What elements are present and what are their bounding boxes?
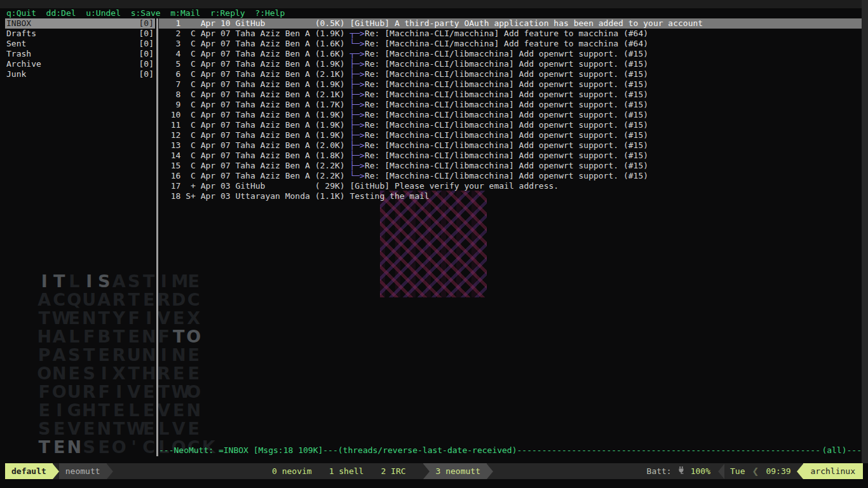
menu-item: s:Save	[131, 8, 161, 18]
mail-row[interactable]: 16 C Apr 07 Taha Aziz Ben A (2.2K) └─>Re…	[159, 171, 862, 181]
thread-tree-icon: ├─>	[349, 140, 364, 150]
mail-row[interactable]: 5 C Apr 07 Taha Aziz Ben A (1.9K) ├─>Re:…	[159, 59, 862, 69]
sidebar-item-trash[interactable]: Trash[0]	[5, 49, 155, 59]
mail-row-number: 15	[161, 161, 180, 170]
mail-row[interactable]: 9 C Apr 07 Taha Aziz Ben A (1.7K) ├─>Re:…	[159, 100, 862, 110]
tmux-window-neovim[interactable]: 0 neovim	[272, 463, 312, 479]
mail-row[interactable]: 4 C Apr 07 Taha Aziz Ben A (1.6K) ┬─>Re:…	[159, 49, 862, 59]
status-day: Tue	[724, 463, 750, 479]
mail-row-author: Taha Aziz Ben A	[235, 69, 309, 79]
mail-row-number: 2	[161, 29, 180, 38]
mail-row-date: Apr 07	[201, 100, 231, 109]
mail-row[interactable]: 3 C Apr 07 Taha Aziz Ben A (1.6K) └─>Re:…	[159, 39, 862, 49]
hostname-chip: archlinux	[803, 463, 863, 479]
mail-row-date: Apr 07	[201, 130, 231, 140]
mail-row-author: Taha Aziz Ben A	[235, 39, 309, 48]
mail-row-size: (1.1K)	[315, 191, 345, 201]
menu-item: r:Reply	[210, 8, 245, 18]
menu-item: dd:Del	[46, 8, 76, 18]
mail-row-size: (2.0K)	[315, 140, 345, 150]
mail-row-number: 5	[161, 59, 180, 69]
mailbox-count: [0]	[139, 29, 154, 39]
thread-tree-icon: ├─>	[349, 161, 364, 170]
mail-row[interactable]: 15 C Apr 07 Taha Aziz Ben A (2.2K) ├─>Re…	[159, 161, 862, 171]
mailbox-count: [0]	[139, 49, 154, 59]
mail-row-size: (1.9K)	[315, 120, 345, 130]
mail-row-author: GitHub	[235, 181, 309, 191]
mail-row-author: Taha Aziz Ben A	[235, 171, 309, 180]
mail-row-flags	[186, 18, 196, 28]
tmux-window-IRC[interactable]: 2 IRC	[381, 463, 405, 479]
thread-tree-icon: ┬─>	[349, 49, 364, 58]
mail-row-flags: C	[186, 110, 196, 119]
mail-row-subject: Re: [Macchina-CLI/macchina] Add feature …	[365, 39, 648, 48]
mail-row-author: Taha Aziz Ben A	[235, 100, 309, 109]
thread-tree-icon: ├─>	[349, 151, 364, 160]
mail-row-flags: C	[186, 120, 196, 130]
mail-row-date: Apr 07	[201, 161, 231, 170]
mail-row-subject: Re: [Macchina-CLI/libmacchina] Add openw…	[365, 110, 648, 119]
mail-row[interactable]: 8 C Apr 07 Taha Aziz Ben A (2.1K) ├─>Re:…	[159, 90, 862, 100]
mail-row[interactable]: 12 C Apr 07 Taha Aziz Ben A (1.9K) ├─>Re…	[159, 130, 862, 140]
mailbox-count: [0]	[139, 69, 154, 79]
powerline-separator	[797, 464, 803, 479]
mail-row-subject: Re: [Macchina-CLI/libmacchina] Add openw…	[365, 90, 648, 99]
mail-row-number: 1	[161, 18, 180, 28]
sidebar-item-archive[interactable]: Archive[0]	[5, 59, 155, 69]
mail-row-author: Taha Aziz Ben A	[235, 90, 309, 99]
mail-row-author: Taha Aziz Ben A	[235, 59, 309, 69]
mail-row-date: Apr 07	[201, 69, 231, 79]
tmux-window-shell[interactable]: 1 shell	[329, 463, 364, 479]
mail-row[interactable]: 6 C Apr 07 Taha Aziz Ben A (2.1K) ├─>Re:…	[159, 69, 862, 79]
mail-row-date: Apr 07	[201, 29, 231, 38]
thin-separator-icon: ❮	[752, 466, 759, 476]
sidebar-item-junk[interactable]: Junk[0]	[5, 69, 155, 79]
mail-row-subject: Re: [Macchina-CLI/libmacchina] Add openw…	[365, 161, 648, 170]
mail-row-subject: Re: [Macchina-CLI/libmacchina] Add openw…	[365, 140, 648, 150]
mail-row-subject: Re: [Macchina-CLI/macchina] Add feature …	[365, 29, 648, 38]
mail-row-date: Apr 07	[201, 171, 231, 180]
mail-row[interactable]: 14 C Apr 07 Taha Aziz Ben A (1.8K) ├─>Re…	[159, 151, 862, 161]
mail-row-number: 3	[161, 39, 180, 48]
mail-row-flags: C	[186, 130, 196, 140]
sidebar-item-inbox[interactable]: INBOX[0]	[5, 18, 155, 29]
mailbox-label: Sent	[6, 39, 26, 49]
mail-row[interactable]: 13 C Apr 07 Taha Aziz Ben A (2.0K) ├─>Re…	[159, 140, 862, 151]
mail-row-size: (1.9K)	[315, 79, 345, 89]
mail-row-author: Taha Aziz Ben A	[235, 151, 309, 160]
sidebar-item-sent[interactable]: Sent[0]	[5, 39, 155, 49]
mail-row-date: Apr 07	[201, 90, 231, 99]
mail-row-author: Taha Aziz Ben A	[235, 110, 309, 119]
mailbox-sidebar: INBOX[0]Drafts[0]Sent[0]Trash[0]Archive[…	[5, 18, 155, 79]
mail-row-size: (1.6K)	[315, 39, 345, 48]
mail-row-number: 11	[161, 120, 180, 130]
mail-row-date: Apr 03	[201, 191, 231, 201]
mail-row[interactable]: 7 C Apr 07 Taha Aziz Ben A (1.9K) ├─>Re:…	[159, 79, 862, 90]
tmux-window-title: neomutt	[59, 463, 107, 479]
mail-row[interactable]: 1 Apr 10 GitHub (0.5K) [GitHub] A third-…	[159, 18, 862, 29]
mail-row[interactable]: 11 C Apr 07 Taha Aziz Ben A (1.9K) ├─>Re…	[159, 120, 862, 130]
mail-row-size: (1.8K)	[315, 151, 345, 160]
mail-row[interactable]: 10 C Apr 07 Taha Aziz Ben A (1.9K) ├─>Re…	[159, 110, 862, 120]
mail-row-date: Apr 07	[201, 110, 231, 119]
mail-row-date: Apr 07	[201, 49, 231, 58]
tmux-session-name[interactable]: default	[5, 463, 53, 479]
mail-row[interactable]: 17 + Apr 03 GitHub ( 29K) [GitHub] Pleas…	[159, 181, 862, 191]
tmux-window-neomutt[interactable]: 3 neomutt	[423, 463, 487, 479]
mail-row-author: Taha Aziz Ben A	[235, 140, 309, 150]
mail-row[interactable]: 2 C Apr 07 Taha Aziz Ben A (1.9K) ┬─>Re:…	[159, 29, 862, 39]
mail-row-flags: C	[186, 171, 196, 180]
thread-tree-icon: ├─>	[349, 79, 364, 89]
sidebar-item-drafts[interactable]: Drafts[0]	[5, 29, 155, 39]
menu-item: u:Undel	[86, 8, 121, 18]
mail-row-size: (1.9K)	[315, 130, 345, 140]
battery-percentage: 100%	[691, 466, 710, 476]
mail-row-size: (1.9K)	[315, 110, 345, 119]
mail-row-subject: Re: [Macchina-CLI/libmacchina] Add openw…	[365, 130, 648, 140]
mail-row[interactable]: 18 S+ Apr 03 Uttarayan Monda (1.1K) Test…	[159, 191, 862, 201]
status-right: (all)---	[822, 445, 862, 456]
mail-row-flags: C	[186, 151, 196, 160]
mail-row-author: Uttarayan Monda	[235, 191, 309, 201]
mail-row-date: Apr 07	[201, 59, 231, 69]
mail-row-flags: +	[186, 181, 196, 191]
